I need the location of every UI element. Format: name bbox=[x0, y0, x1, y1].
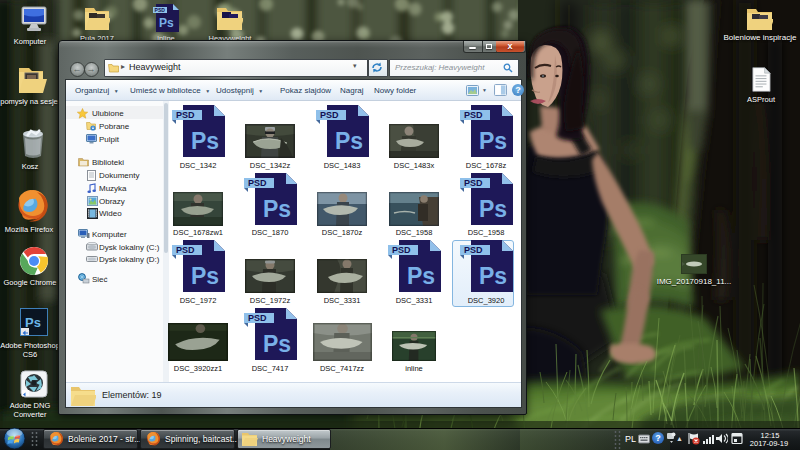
svg-text:PSD: PSD bbox=[464, 245, 483, 255]
svg-text:Ps: Ps bbox=[407, 263, 435, 289]
svg-text:PSD: PSD bbox=[464, 110, 483, 120]
svg-text:PSD: PSD bbox=[248, 313, 267, 323]
svg-text:Ps: Ps bbox=[191, 263, 219, 289]
svg-text:Ps: Ps bbox=[479, 128, 507, 154]
svg-text:Ps: Ps bbox=[191, 128, 219, 154]
svg-text:Ps: Ps bbox=[479, 263, 507, 289]
svg-text:PSD: PSD bbox=[176, 110, 195, 120]
svg-text:Ps: Ps bbox=[263, 331, 291, 357]
svg-text:PSD: PSD bbox=[392, 245, 411, 255]
svg-text:Ps: Ps bbox=[159, 16, 174, 30]
svg-text:PSD: PSD bbox=[155, 7, 166, 13]
svg-text:Ps: Ps bbox=[335, 128, 363, 154]
svg-text:PSD: PSD bbox=[176, 245, 195, 255]
svg-text:PSD: PSD bbox=[464, 178, 483, 188]
svg-text:Ps: Ps bbox=[479, 196, 507, 222]
svg-text:Ps: Ps bbox=[25, 315, 41, 330]
svg-text:PSD: PSD bbox=[248, 178, 267, 188]
svg-text:Ps: Ps bbox=[263, 196, 291, 222]
svg-text:PSD: PSD bbox=[320, 110, 339, 120]
